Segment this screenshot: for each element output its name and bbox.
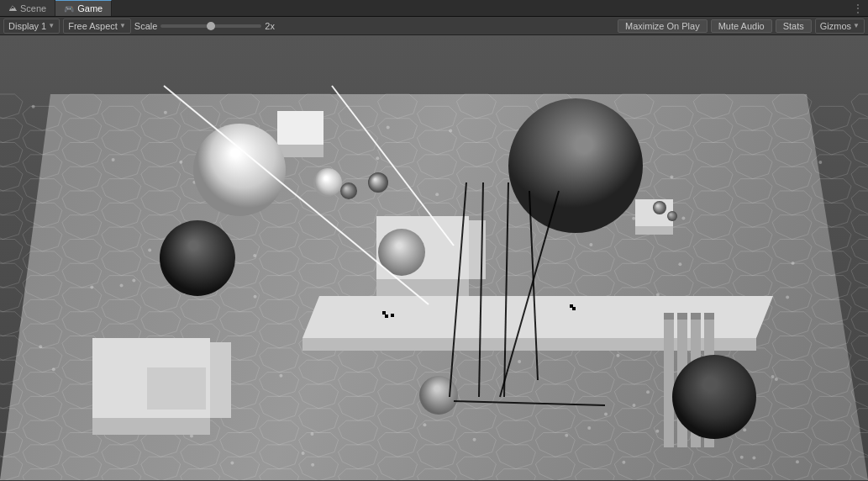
stats-button[interactable]: Stats: [776, 19, 812, 33]
gizmos-dropdown[interactable]: Gizmos ▼: [815, 18, 865, 34]
display-label: Display 1: [8, 21, 46, 31]
game-view: [0, 35, 868, 480]
scene-icon: ⛰: [8, 3, 17, 13]
display-dropdown-arrow: ▼: [48, 22, 55, 29]
scale-slider[interactable]: [160, 24, 261, 28]
toolbar-right: Maximize On Play Mute Audio Stats Gizmos…: [618, 18, 865, 34]
scale-handle[interactable]: [207, 22, 215, 30]
scale-value-label: 2x: [265, 21, 275, 31]
display-dropdown[interactable]: Display 1 ▼: [3, 18, 60, 34]
aspect-dropdown[interactable]: Free Aspect ▼: [63, 18, 131, 34]
scale-container: Scale 2x: [134, 21, 275, 31]
tab-bar: ⛰ Scene 🎮 Game ⋮: [0, 0, 868, 17]
scale-text-label: Scale: [134, 21, 158, 31]
mute-audio-button[interactable]: Mute Audio: [711, 19, 772, 33]
scene-canvas: [0, 35, 868, 480]
aspect-label: Free Aspect: [68, 21, 118, 31]
scene-tab-label: Scene: [20, 3, 46, 13]
game-tab-label: Game: [77, 3, 103, 13]
gizmos-label: Gizmos: [820, 21, 851, 31]
maximize-on-play-button[interactable]: Maximize On Play: [618, 19, 708, 33]
overflow-icon: ⋮: [853, 3, 863, 14]
tab-overflow-button[interactable]: ⋮: [848, 0, 868, 16]
game-icon: 🎮: [64, 4, 74, 13]
game-toolbar: Display 1 ▼ Free Aspect ▼ Scale 2x Maxim…: [0, 17, 868, 35]
tab-game[interactable]: 🎮 Game: [55, 0, 112, 16]
aspect-dropdown-arrow: ▼: [119, 22, 126, 29]
gizmos-dropdown-arrow: ▼: [853, 22, 860, 29]
tab-scene[interactable]: ⛰ Scene: [0, 0, 55, 16]
